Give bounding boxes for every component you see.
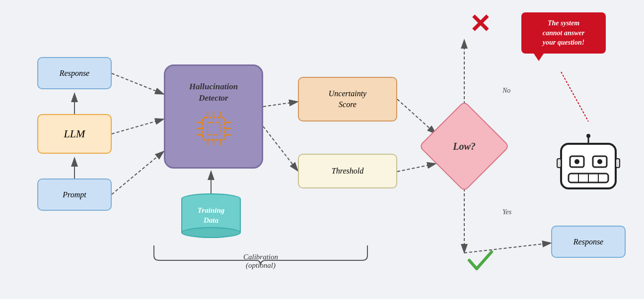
training-data-cylinder: TrainingData [181, 193, 241, 238]
uncertainty-score-box: Uncertainty Score [298, 77, 397, 121]
prompt-label: Prompt [63, 190, 86, 199]
llm-label: LLM [64, 127, 85, 140]
uncertainty-score-label: Uncertainty Score [329, 88, 366, 111]
checkmark-svg [467, 248, 494, 273]
svg-line-8 [263, 102, 298, 107]
threshold-label: Threshold [332, 167, 363, 176]
svg-rect-40 [557, 159, 561, 168]
svg-point-32 [574, 159, 579, 164]
response-box-left: Response [37, 57, 112, 89]
speech-bubble: The system cannot answer your question! [521, 12, 606, 54]
hallucination-detector-box: HallucinationDetector [164, 64, 263, 169]
svg-line-11 [397, 164, 436, 172]
diagram: Calibration (optional) LLM Response Prom… [0, 0, 644, 299]
svg-rect-15 [203, 118, 225, 140]
response-left-label: Response [60, 69, 89, 78]
robot-icon [556, 134, 621, 193]
yes-label: Yes [502, 208, 511, 216]
decision-diamond: Low? [432, 114, 497, 179]
calibration-label: Calibration (optional) [154, 253, 367, 270]
svg-line-9 [263, 126, 298, 171]
svg-rect-41 [616, 159, 620, 168]
threshold-box: Threshold [298, 154, 397, 188]
prompt-box: Prompt [37, 179, 112, 211]
chip-icon [193, 108, 235, 150]
diamond-label: Low? [432, 114, 497, 179]
response-box-right: Response [551, 226, 626, 258]
svg-point-39 [586, 134, 590, 138]
svg-line-42 [561, 72, 588, 121]
svg-point-33 [597, 159, 602, 164]
svg-rect-16 [208, 122, 220, 135]
svg-line-4 [112, 119, 164, 134]
svg-line-10 [397, 99, 436, 134]
check-mark-icon [467, 248, 494, 279]
x-mark-icon: ✕ [469, 9, 491, 39]
svg-line-5 [112, 73, 164, 94]
llm-box: LLM [37, 114, 112, 154]
svg-line-6 [112, 151, 164, 194]
no-label: No [502, 87, 510, 95]
response-right-label: Response [573, 238, 603, 246]
bubble-connector-svg [546, 72, 596, 141]
speech-bubble-text: The system cannot answer your question! [543, 19, 584, 46]
